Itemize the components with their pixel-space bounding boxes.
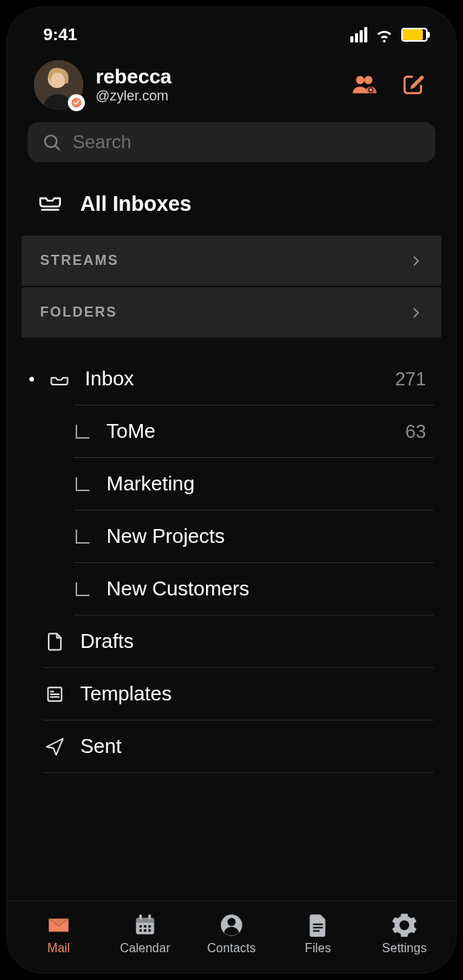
compose-button[interactable] bbox=[398, 70, 429, 100]
all-inboxes-label: All Inboxes bbox=[80, 192, 191, 216]
tab-contacts[interactable]: Contacts bbox=[193, 912, 270, 955]
tab-mail[interactable]: Mail bbox=[20, 912, 97, 955]
files-icon bbox=[305, 912, 331, 938]
battery-icon bbox=[401, 28, 428, 42]
svg-rect-14 bbox=[144, 925, 146, 927]
folder-label: Inbox bbox=[85, 367, 381, 391]
svg-point-6 bbox=[369, 88, 372, 91]
svg-rect-18 bbox=[148, 929, 150, 931]
folder-label: New Projects bbox=[106, 524, 412, 548]
chevron-right-icon bbox=[409, 306, 423, 320]
subfolder-indent-icon bbox=[76, 425, 90, 439]
all-inboxes-row[interactable]: All Inboxes bbox=[8, 173, 455, 236]
folder-label: Templates bbox=[80, 682, 426, 706]
drafts-icon bbox=[43, 630, 66, 653]
svg-rect-13 bbox=[140, 925, 142, 927]
folder-label: ToMe bbox=[106, 419, 391, 443]
folder-sent[interactable]: Sent bbox=[43, 721, 434, 773]
svg-rect-21 bbox=[313, 924, 323, 925]
folder-tome[interactable]: ToMe 63 bbox=[74, 405, 434, 458]
verified-badge-icon bbox=[68, 94, 85, 111]
stacked-inbox-icon bbox=[37, 188, 63, 220]
streams-section[interactable]: Streams bbox=[22, 236, 441, 286]
svg-rect-11 bbox=[140, 914, 142, 919]
tab-settings[interactable]: Settings bbox=[366, 912, 443, 955]
svg-rect-16 bbox=[140, 929, 142, 931]
svg-rect-10 bbox=[136, 917, 154, 922]
svg-point-3 bbox=[356, 76, 364, 84]
search-icon bbox=[42, 132, 62, 152]
svg-rect-15 bbox=[148, 925, 150, 927]
svg-rect-22 bbox=[313, 927, 323, 928]
tab-files[interactable]: Files bbox=[279, 912, 357, 955]
folder-label: New Customers bbox=[106, 577, 412, 601]
subfolder-indent-icon bbox=[76, 477, 90, 491]
search-field[interactable] bbox=[28, 122, 435, 162]
templates-icon bbox=[43, 683, 66, 706]
tab-label: Mail bbox=[47, 941, 69, 955]
status-time: 9:41 bbox=[43, 25, 77, 45]
folder-inbox[interactable]: Inbox 271 bbox=[29, 353, 434, 405]
status-bar: 9:41 bbox=[8, 8, 455, 49]
chevron-right-icon bbox=[409, 254, 423, 268]
tab-label: Settings bbox=[382, 941, 427, 955]
svg-point-4 bbox=[364, 76, 373, 84]
folder-templates[interactable]: Templates bbox=[43, 668, 434, 721]
streams-label: Streams bbox=[40, 253, 119, 269]
subfolder-indent-icon bbox=[76, 530, 90, 544]
cellular-signal-icon bbox=[350, 27, 367, 42]
folder-new-projects[interactable]: New Projects bbox=[74, 510, 434, 563]
profile-block[interactable]: rebecca @zyler.com bbox=[34, 60, 171, 110]
wifi-icon bbox=[375, 25, 394, 44]
subfolder-indent-icon bbox=[76, 582, 90, 596]
tab-calendar[interactable]: Calendar bbox=[106, 912, 184, 955]
folders-label: Folders bbox=[40, 304, 117, 320]
contacts-icon bbox=[218, 912, 245, 938]
tab-label: Files bbox=[305, 941, 331, 955]
svg-rect-23 bbox=[313, 930, 320, 931]
sent-icon bbox=[43, 735, 66, 758]
folder-marketing[interactable]: Marketing bbox=[74, 458, 434, 510]
mail-icon bbox=[46, 912, 72, 938]
profile-handle: @zyler.com bbox=[96, 88, 171, 104]
calendar-icon bbox=[132, 912, 158, 938]
tab-label: Calendar bbox=[120, 941, 171, 955]
unread-indicator-icon bbox=[29, 377, 34, 381]
profile-name: rebecca bbox=[96, 66, 171, 88]
shared-accounts-button[interactable] bbox=[349, 70, 380, 100]
profile-name-block: rebecca @zyler.com bbox=[96, 66, 171, 104]
tab-label: Contacts bbox=[207, 941, 255, 955]
svg-point-24 bbox=[401, 922, 408, 929]
svg-point-20 bbox=[228, 917, 236, 926]
svg-rect-12 bbox=[148, 914, 150, 919]
folder-new-customers[interactable]: New Customers bbox=[74, 563, 434, 615]
mail-header: rebecca @zyler.com bbox=[8, 49, 455, 122]
folder-count: 63 bbox=[405, 421, 426, 443]
app-screen: 9:41 bbox=[8, 8, 455, 972]
svg-rect-17 bbox=[144, 929, 146, 931]
settings-icon bbox=[391, 912, 417, 938]
bottom-tab-bar: Mail Calendar Contacts Files Settings bbox=[8, 900, 455, 972]
folder-drafts[interactable]: Drafts bbox=[43, 615, 434, 668]
folders-section[interactable]: Folders bbox=[22, 287, 441, 337]
folder-label: Drafts bbox=[80, 629, 426, 653]
folder-count: 271 bbox=[395, 368, 426, 390]
folder-label: Marketing bbox=[106, 472, 412, 496]
inbox-icon bbox=[48, 368, 71, 391]
search-input[interactable] bbox=[73, 131, 421, 153]
status-icons bbox=[350, 25, 428, 44]
folder-label: Sent bbox=[80, 734, 426, 758]
